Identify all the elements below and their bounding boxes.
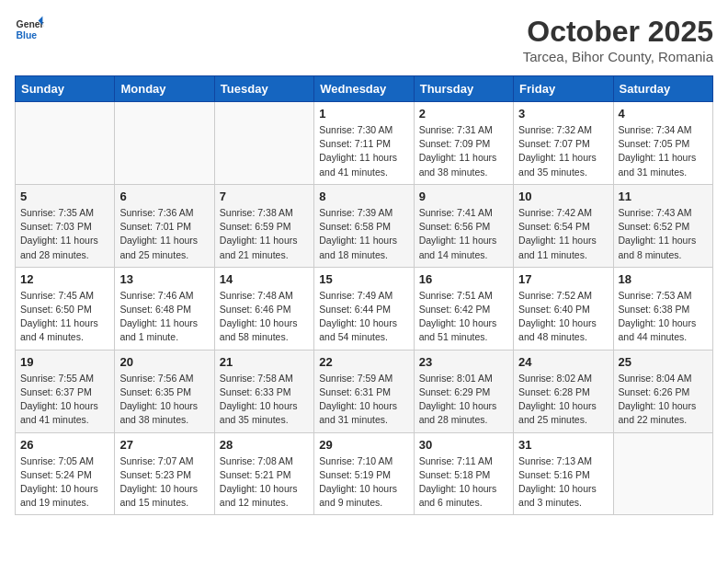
- day-detail: Sunrise: 7:52 AM Sunset: 6:40 PM Dayligh…: [518, 289, 608, 345]
- day-number: 23: [419, 355, 508, 369]
- weekday-header-cell: Tuesday: [214, 76, 313, 102]
- day-number: 11: [619, 190, 708, 203]
- calendar-day-cell: [613, 432, 712, 515]
- calendar-day-cell: 8Sunrise: 7:39 AM Sunset: 6:58 PM Daylig…: [314, 184, 414, 267]
- day-number: 13: [119, 272, 209, 286]
- calendar-day-cell: 5Sunrise: 7:35 AM Sunset: 7:03 PM Daylig…: [16, 184, 115, 267]
- day-detail: Sunrise: 7:59 AM Sunset: 6:31 PM Dayligh…: [319, 372, 408, 428]
- calendar-body: 1Sunrise: 7:30 AM Sunset: 7:11 PM Daylig…: [16, 102, 713, 515]
- day-detail: Sunrise: 7:13 AM Sunset: 5:16 PM Dayligh…: [518, 454, 608, 511]
- weekday-header-cell: Friday: [514, 76, 613, 102]
- calendar-day-cell: [16, 102, 115, 185]
- calendar-day-cell: 10Sunrise: 7:42 AM Sunset: 6:54 PM Dayli…: [514, 184, 613, 267]
- day-number: 27: [119, 438, 209, 452]
- page-header: General Blue October 2025 Tarcea, Bihor …: [15, 15, 713, 64]
- calendar-day-cell: 3Sunrise: 7:32 AM Sunset: 7:07 PM Daylig…: [514, 102, 613, 185]
- day-number: 12: [20, 272, 109, 286]
- calendar-day-cell: 15Sunrise: 7:49 AM Sunset: 6:44 PM Dayli…: [314, 267, 414, 350]
- day-number: 10: [518, 190, 608, 203]
- day-number: 25: [619, 355, 708, 369]
- day-number: 17: [518, 272, 608, 286]
- calendar-day-cell: 30Sunrise: 7:11 AM Sunset: 5:18 PM Dayli…: [414, 432, 513, 515]
- calendar-week-row: 12Sunrise: 7:45 AM Sunset: 6:50 PM Dayli…: [16, 267, 713, 350]
- calendar-day-cell: 16Sunrise: 7:51 AM Sunset: 6:42 PM Dayli…: [414, 267, 513, 350]
- day-number: 24: [518, 355, 608, 369]
- day-number: 19: [20, 355, 109, 369]
- calendar-day-cell: 28Sunrise: 7:08 AM Sunset: 5:21 PM Dayli…: [214, 432, 313, 515]
- day-detail: Sunrise: 7:46 AM Sunset: 6:48 PM Dayligh…: [119, 289, 209, 345]
- day-detail: Sunrise: 7:48 AM Sunset: 6:46 PM Dayligh…: [220, 289, 309, 345]
- calendar-day-cell: 20Sunrise: 7:56 AM Sunset: 6:35 PM Dayli…: [115, 350, 214, 432]
- day-detail: Sunrise: 7:38 AM Sunset: 6:59 PM Dayligh…: [220, 206, 309, 262]
- day-number: 9: [419, 190, 508, 203]
- calendar-day-cell: 6Sunrise: 7:36 AM Sunset: 7:01 PM Daylig…: [115, 184, 214, 267]
- day-number: 20: [119, 355, 209, 369]
- day-detail: Sunrise: 7:31 AM Sunset: 7:09 PM Dayligh…: [419, 123, 508, 179]
- calendar-day-cell: 2Sunrise: 7:31 AM Sunset: 7:09 PM Daylig…: [414, 102, 513, 185]
- day-number: 7: [220, 190, 309, 203]
- day-detail: Sunrise: 7:56 AM Sunset: 6:35 PM Dayligh…: [119, 372, 209, 428]
- title-block: October 2025 Tarcea, Bihor County, Roman…: [523, 15, 713, 64]
- svg-text:Blue: Blue: [17, 30, 38, 40]
- calendar-day-cell: 17Sunrise: 7:52 AM Sunset: 6:40 PM Dayli…: [514, 267, 613, 350]
- day-number: 31: [518, 438, 608, 452]
- calendar-day-cell: 23Sunrise: 8:01 AM Sunset: 6:29 PM Dayli…: [414, 350, 513, 432]
- calendar-week-row: 1Sunrise: 7:30 AM Sunset: 7:11 PM Daylig…: [16, 102, 713, 185]
- day-number: 26: [20, 438, 109, 452]
- day-detail: Sunrise: 7:05 AM Sunset: 5:24 PM Dayligh…: [20, 454, 109, 511]
- day-number: 8: [319, 190, 408, 203]
- calendar-day-cell: 22Sunrise: 7:59 AM Sunset: 6:31 PM Dayli…: [314, 350, 414, 432]
- day-detail: Sunrise: 8:04 AM Sunset: 6:26 PM Dayligh…: [619, 372, 708, 428]
- calendar-day-cell: 24Sunrise: 8:02 AM Sunset: 6:28 PM Dayli…: [514, 350, 613, 432]
- calendar-day-cell: 31Sunrise: 7:13 AM Sunset: 5:16 PM Dayli…: [514, 432, 613, 515]
- day-detail: Sunrise: 7:07 AM Sunset: 5:23 PM Dayligh…: [119, 454, 209, 511]
- day-number: 22: [319, 355, 408, 369]
- calendar-day-cell: 1Sunrise: 7:30 AM Sunset: 7:11 PM Daylig…: [314, 102, 414, 185]
- day-detail: Sunrise: 7:08 AM Sunset: 5:21 PM Dayligh…: [220, 454, 309, 511]
- calendar-day-cell: 29Sunrise: 7:10 AM Sunset: 5:19 PM Dayli…: [314, 432, 414, 515]
- weekday-header-cell: Wednesday: [314, 76, 414, 102]
- calendar-day-cell: 25Sunrise: 8:04 AM Sunset: 6:26 PM Dayli…: [613, 350, 712, 432]
- calendar-day-cell: 18Sunrise: 7:53 AM Sunset: 6:38 PM Dayli…: [613, 267, 712, 350]
- day-detail: Sunrise: 7:32 AM Sunset: 7:07 PM Dayligh…: [518, 123, 608, 179]
- calendar-day-cell: 13Sunrise: 7:46 AM Sunset: 6:48 PM Dayli…: [115, 267, 214, 350]
- calendar-day-cell: 14Sunrise: 7:48 AM Sunset: 6:46 PM Dayli…: [214, 267, 313, 350]
- day-detail: Sunrise: 7:11 AM Sunset: 5:18 PM Dayligh…: [419, 454, 508, 511]
- calendar-day-cell: [115, 102, 214, 185]
- day-number: 2: [419, 107, 508, 121]
- calendar-day-cell: [214, 102, 313, 185]
- calendar-week-row: 5Sunrise: 7:35 AM Sunset: 7:03 PM Daylig…: [16, 184, 713, 267]
- calendar-day-cell: 9Sunrise: 7:41 AM Sunset: 6:56 PM Daylig…: [414, 184, 513, 267]
- calendar-day-cell: 7Sunrise: 7:38 AM Sunset: 6:59 PM Daylig…: [214, 184, 313, 267]
- weekday-header-cell: Saturday: [613, 76, 712, 102]
- day-number: 5: [20, 190, 109, 203]
- day-number: 14: [220, 272, 309, 286]
- day-detail: Sunrise: 7:42 AM Sunset: 6:54 PM Dayligh…: [518, 206, 608, 262]
- calendar-day-cell: 11Sunrise: 7:43 AM Sunset: 6:52 PM Dayli…: [613, 184, 712, 267]
- day-detail: Sunrise: 7:43 AM Sunset: 6:52 PM Dayligh…: [619, 206, 708, 262]
- day-number: 1: [319, 107, 408, 121]
- day-number: 29: [319, 438, 408, 452]
- logo-icon: General Blue: [15, 15, 44, 44]
- day-number: 28: [220, 438, 309, 452]
- calendar-day-cell: 19Sunrise: 7:55 AM Sunset: 6:37 PM Dayli…: [16, 350, 115, 432]
- day-detail: Sunrise: 7:10 AM Sunset: 5:19 PM Dayligh…: [319, 454, 408, 511]
- day-number: 3: [518, 107, 608, 121]
- day-detail: Sunrise: 7:36 AM Sunset: 7:01 PM Dayligh…: [119, 206, 209, 262]
- calendar-day-cell: 26Sunrise: 7:05 AM Sunset: 5:24 PM Dayli…: [16, 432, 115, 515]
- day-detail: Sunrise: 7:58 AM Sunset: 6:33 PM Dayligh…: [220, 372, 309, 428]
- day-detail: Sunrise: 7:51 AM Sunset: 6:42 PM Dayligh…: [419, 289, 508, 345]
- calendar-week-row: 26Sunrise: 7:05 AM Sunset: 5:24 PM Dayli…: [16, 432, 713, 515]
- calendar-table: SundayMondayTuesdayWednesdayThursdayFrid…: [15, 75, 713, 515]
- day-number: 16: [419, 272, 508, 286]
- calendar-day-cell: 4Sunrise: 7:34 AM Sunset: 7:05 PM Daylig…: [613, 102, 712, 185]
- location-title: Tarcea, Bihor County, Romania: [523, 49, 713, 64]
- weekday-header-cell: Sunday: [16, 76, 115, 102]
- month-title: October 2025: [523, 15, 713, 49]
- day-detail: Sunrise: 8:02 AM Sunset: 6:28 PM Dayligh…: [518, 372, 608, 428]
- weekday-header-cell: Monday: [115, 76, 214, 102]
- calendar-week-row: 19Sunrise: 7:55 AM Sunset: 6:37 PM Dayli…: [16, 350, 713, 432]
- day-number: 15: [319, 272, 408, 286]
- day-number: 18: [619, 272, 708, 286]
- day-detail: Sunrise: 7:49 AM Sunset: 6:44 PM Dayligh…: [319, 289, 408, 345]
